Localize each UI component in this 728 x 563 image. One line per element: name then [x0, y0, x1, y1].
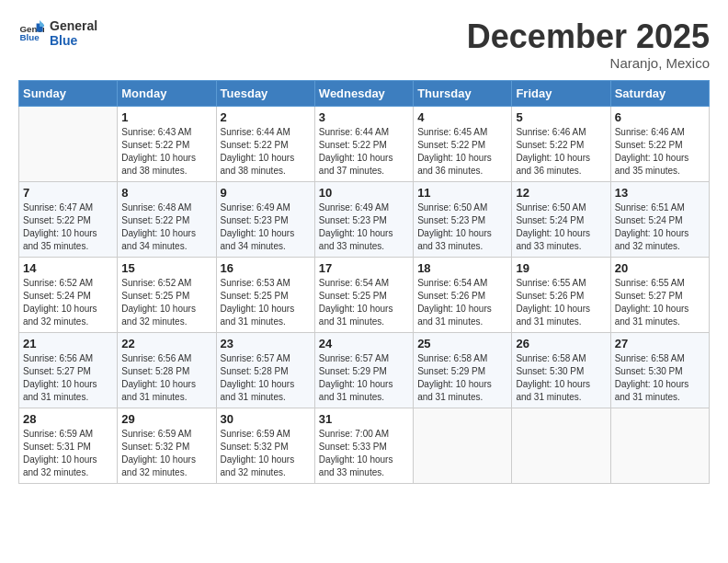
- day-info: Sunrise: 6:58 AM Sunset: 5:29 PM Dayligh…: [417, 352, 507, 404]
- day-number: 21: [23, 337, 113, 350]
- day-number: 24: [319, 337, 409, 350]
- calendar-cell: 7Sunrise: 6:47 AM Sunset: 5:22 PM Daylig…: [19, 181, 118, 257]
- calendar-cell: 5Sunrise: 6:46 AM Sunset: 5:22 PM Daylig…: [512, 106, 610, 181]
- calendar-cell: 22Sunrise: 6:56 AM Sunset: 5:28 PM Dayli…: [118, 332, 216, 408]
- day-number: 31: [319, 412, 409, 426]
- calendar-cell: [414, 408, 512, 483]
- day-info: Sunrise: 6:59 AM Sunset: 5:32 PM Dayligh…: [221, 428, 311, 479]
- day-info: Sunrise: 6:43 AM Sunset: 5:22 PM Dayligh…: [121, 126, 211, 178]
- day-info: Sunrise: 6:59 AM Sunset: 5:32 PM Dayligh…: [121, 428, 211, 479]
- month-year: December 2025: [467, 18, 710, 55]
- calendar-cell: 18Sunrise: 6:54 AM Sunset: 5:26 PM Dayli…: [414, 257, 512, 332]
- day-number: 5: [516, 110, 606, 124]
- calendar-cell: 2Sunrise: 6:44 AM Sunset: 5:22 PM Daylig…: [216, 106, 314, 181]
- calendar-table: SundayMondayTuesdayWednesdayThursdayFrid…: [18, 80, 710, 484]
- day-info: Sunrise: 6:57 AM Sunset: 5:29 PM Dayligh…: [319, 352, 409, 404]
- day-number: 3: [319, 110, 409, 124]
- calendar-cell: 8Sunrise: 6:48 AM Sunset: 5:22 PM Daylig…: [118, 181, 216, 257]
- day-number: 15: [121, 261, 211, 275]
- day-info: Sunrise: 6:47 AM Sunset: 5:22 PM Dayligh…: [23, 201, 113, 253]
- day-info: Sunrise: 6:52 AM Sunset: 5:25 PM Dayligh…: [121, 277, 211, 328]
- page-header: General Blue General Blue December 2025 …: [18, 18, 710, 71]
- day-number: 20: [615, 261, 705, 275]
- day-info: Sunrise: 6:58 AM Sunset: 5:30 PM Dayligh…: [516, 352, 606, 404]
- calendar-cell: 29Sunrise: 6:59 AM Sunset: 5:32 PM Dayli…: [118, 408, 216, 483]
- logo-icon: General Blue: [18, 20, 44, 46]
- calendar-week-row: 1Sunrise: 6:43 AM Sunset: 5:22 PM Daylig…: [19, 106, 710, 181]
- day-number: 9: [221, 186, 311, 200]
- calendar-cell: 25Sunrise: 6:58 AM Sunset: 5:29 PM Dayli…: [414, 332, 512, 408]
- day-number: 25: [417, 337, 507, 350]
- calendar-cell: 3Sunrise: 6:44 AM Sunset: 5:22 PM Daylig…: [314, 106, 413, 181]
- calendar-cell: [19, 106, 118, 181]
- day-number: 14: [23, 261, 113, 275]
- day-info: Sunrise: 7:00 AM Sunset: 5:33 PM Dayligh…: [319, 428, 409, 479]
- day-number: 26: [516, 337, 606, 350]
- day-number: 28: [23, 412, 113, 426]
- logo-line2: Blue: [50, 33, 97, 48]
- calendar-cell: [512, 408, 610, 483]
- day-info: Sunrise: 6:45 AM Sunset: 5:22 PM Dayligh…: [417, 126, 507, 178]
- calendar-cell: 27Sunrise: 6:58 AM Sunset: 5:30 PM Dayli…: [610, 332, 709, 408]
- day-number: 19: [516, 261, 606, 275]
- calendar-header: SundayMondayTuesdayWednesdayThursdayFrid…: [19, 80, 710, 106]
- calendar-cell: 10Sunrise: 6:49 AM Sunset: 5:23 PM Dayli…: [314, 181, 413, 257]
- calendar-cell: 13Sunrise: 6:51 AM Sunset: 5:24 PM Dayli…: [610, 181, 709, 257]
- day-number: 8: [121, 186, 211, 200]
- weekday-row: SundayMondayTuesdayWednesdayThursdayFrid…: [19, 80, 710, 106]
- day-info: Sunrise: 6:54 AM Sunset: 5:26 PM Dayligh…: [417, 277, 507, 328]
- weekday-header: Thursday: [414, 80, 512, 106]
- day-number: 12: [516, 186, 606, 200]
- day-number: 30: [221, 412, 311, 426]
- day-number: 16: [221, 261, 311, 275]
- day-number: 23: [221, 337, 311, 350]
- calendar-cell: 26Sunrise: 6:58 AM Sunset: 5:30 PM Dayli…: [512, 332, 610, 408]
- weekday-header: Tuesday: [216, 80, 314, 106]
- day-info: Sunrise: 6:58 AM Sunset: 5:30 PM Dayligh…: [615, 352, 705, 404]
- day-info: Sunrise: 6:56 AM Sunset: 5:28 PM Dayligh…: [121, 352, 211, 404]
- day-info: Sunrise: 6:57 AM Sunset: 5:28 PM Dayligh…: [221, 352, 311, 404]
- weekday-header: Monday: [118, 80, 216, 106]
- day-info: Sunrise: 6:54 AM Sunset: 5:25 PM Dayligh…: [319, 277, 409, 328]
- calendar-week-row: 21Sunrise: 6:56 AM Sunset: 5:27 PM Dayli…: [19, 332, 710, 408]
- day-number: 17: [319, 261, 409, 275]
- calendar-cell: 23Sunrise: 6:57 AM Sunset: 5:28 PM Dayli…: [216, 332, 314, 408]
- day-number: 29: [121, 412, 211, 426]
- calendar-cell: [610, 408, 709, 483]
- day-number: 10: [319, 186, 409, 200]
- day-info: Sunrise: 6:56 AM Sunset: 5:27 PM Dayligh…: [23, 352, 113, 404]
- calendar-cell: 9Sunrise: 6:49 AM Sunset: 5:23 PM Daylig…: [216, 181, 314, 257]
- calendar-body: 1Sunrise: 6:43 AM Sunset: 5:22 PM Daylig…: [19, 106, 710, 483]
- day-number: 27: [615, 337, 705, 350]
- calendar-cell: 1Sunrise: 6:43 AM Sunset: 5:22 PM Daylig…: [118, 106, 216, 181]
- day-number: 2: [221, 110, 311, 124]
- calendar-cell: 28Sunrise: 6:59 AM Sunset: 5:31 PM Dayli…: [19, 408, 118, 483]
- calendar-cell: 14Sunrise: 6:52 AM Sunset: 5:24 PM Dayli…: [19, 257, 118, 332]
- day-number: 4: [417, 110, 507, 124]
- day-number: 22: [121, 337, 211, 350]
- calendar-cell: 31Sunrise: 7:00 AM Sunset: 5:33 PM Dayli…: [314, 408, 413, 483]
- day-info: Sunrise: 6:49 AM Sunset: 5:23 PM Dayligh…: [221, 201, 311, 253]
- day-info: Sunrise: 6:52 AM Sunset: 5:24 PM Dayligh…: [23, 277, 113, 328]
- day-number: 11: [417, 186, 507, 200]
- svg-text:Blue: Blue: [19, 32, 40, 42]
- day-info: Sunrise: 6:50 AM Sunset: 5:23 PM Dayligh…: [417, 201, 507, 253]
- logo-line1: General: [50, 18, 97, 33]
- calendar-cell: 17Sunrise: 6:54 AM Sunset: 5:25 PM Dayli…: [314, 257, 413, 332]
- weekday-header: Sunday: [19, 80, 118, 106]
- title-block: December 2025 Naranjo, Mexico: [467, 18, 710, 71]
- day-number: 13: [615, 186, 705, 200]
- calendar-week-row: 28Sunrise: 6:59 AM Sunset: 5:31 PM Dayli…: [19, 408, 710, 483]
- day-number: 18: [417, 261, 507, 275]
- calendar-cell: 19Sunrise: 6:55 AM Sunset: 5:26 PM Dayli…: [512, 257, 610, 332]
- calendar-week-row: 14Sunrise: 6:52 AM Sunset: 5:24 PM Dayli…: [19, 257, 710, 332]
- weekday-header: Wednesday: [314, 80, 413, 106]
- day-info: Sunrise: 6:49 AM Sunset: 5:23 PM Dayligh…: [319, 201, 409, 253]
- day-number: 7: [23, 186, 113, 200]
- day-info: Sunrise: 6:44 AM Sunset: 5:22 PM Dayligh…: [319, 126, 409, 178]
- logo: General Blue General Blue: [18, 18, 97, 48]
- day-info: Sunrise: 6:59 AM Sunset: 5:31 PM Dayligh…: [23, 428, 113, 479]
- day-info: Sunrise: 6:55 AM Sunset: 5:27 PM Dayligh…: [615, 277, 705, 328]
- day-info: Sunrise: 6:44 AM Sunset: 5:22 PM Dayligh…: [221, 126, 311, 178]
- day-info: Sunrise: 6:51 AM Sunset: 5:24 PM Dayligh…: [615, 201, 705, 253]
